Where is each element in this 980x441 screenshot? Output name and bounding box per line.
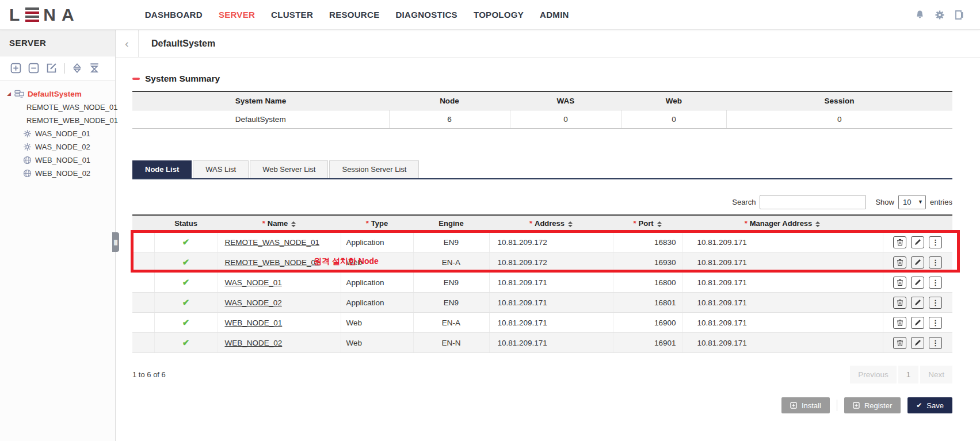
tree-item-was-node-02[interactable]: WAS_NODE_02	[0, 140, 115, 154]
node-link[interactable]: REMOTE_WAS_NODE_01	[225, 238, 320, 247]
save-button[interactable]: ✔ Save	[907, 397, 952, 413]
node-manager-address: 10.81.209.171	[682, 293, 883, 313]
bell-icon[interactable]	[915, 10, 925, 20]
add-node-icon[interactable]	[10, 63, 21, 74]
edit-icon[interactable]	[911, 297, 924, 309]
logout-icon[interactable]	[955, 10, 964, 20]
nav-cluster[interactable]: CLUSTER	[271, 10, 313, 20]
node-address: 10.81.209.172	[489, 232, 613, 252]
node-link[interactable]: WAS_NODE_01	[225, 278, 282, 287]
tab-web-server-list[interactable]: Web Server List	[250, 160, 328, 178]
delete-icon[interactable]	[893, 236, 906, 248]
node-engine: EN-A	[413, 313, 489, 333]
node-link[interactable]: WEB_NODE_01	[225, 319, 283, 327]
required-marker: *	[262, 219, 265, 228]
node-address: 10.81.209.171	[489, 333, 613, 353]
sidebar-title: SERVER	[0, 30, 115, 56]
tree-item-label: WAS_NODE_02	[35, 143, 90, 151]
search-input[interactable]	[760, 195, 866, 209]
back-chevron-icon[interactable]: ‹	[116, 30, 139, 57]
delete-icon[interactable]	[893, 337, 906, 349]
more-icon[interactable]: ⋮	[929, 256, 942, 269]
nav-admin[interactable]: ADMIN	[540, 10, 569, 20]
tree-item-label: REMOTE_WAS_NODE_01	[26, 103, 117, 112]
tree-item-remote-was-node-01[interactable]: REMOTE_WAS_NODE_01	[0, 101, 115, 114]
node-address: 10.81.209.171	[489, 293, 613, 313]
required-marker: *	[529, 219, 532, 228]
delete-icon[interactable]	[893, 277, 906, 289]
node-manager-address: 10.81.209.171	[682, 333, 883, 353]
check-icon: ✔	[916, 401, 922, 409]
tree-item-web-node-01[interactable]: WEB_NODE_01	[0, 154, 115, 167]
node-manager-address: 10.81.209.171	[682, 313, 883, 333]
col-manager-address[interactable]: *Manager Address	[682, 215, 883, 232]
previous-page-button[interactable]: Previous	[850, 366, 897, 384]
summary-col-session: Session	[726, 91, 952, 110]
chevron-down-icon: ▼	[918, 199, 923, 205]
edit-icon[interactable]	[911, 277, 924, 289]
edit-icon[interactable]	[911, 317, 924, 329]
nav-topology[interactable]: TOPOLOGY	[474, 10, 524, 20]
nav-diagnostics[interactable]: DIAGNOSTICS	[395, 10, 457, 20]
more-icon[interactable]: ⋮	[929, 337, 942, 349]
sidebar-collapse-handle[interactable]: ▐▌	[112, 232, 119, 252]
delete-icon[interactable]	[893, 256, 906, 269]
expand-all-icon[interactable]	[72, 63, 82, 74]
gear-icon[interactable]	[935, 10, 945, 20]
lena-console: L N A DASHBOARD SERVER CLUSTER RESOURCE …	[0, 0, 980, 441]
tab-node-list[interactable]: Node List	[132, 160, 192, 178]
node-link[interactable]: WAS_NODE_02	[225, 298, 282, 307]
edit-icon[interactable]	[911, 256, 924, 269]
table-row-was-node-01: ✔ WAS_NODE_01 Application EN9 10.81.209.…	[132, 273, 952, 293]
nav-server[interactable]: SERVER	[219, 10, 255, 20]
page-size-select[interactable]: 10 ▼	[898, 195, 926, 209]
install-button[interactable]: Install	[781, 397, 830, 413]
page-title: DefaultSystem	[139, 30, 215, 57]
node-link[interactable]: REMOTE_WEB_NODE_01	[225, 258, 320, 267]
table-row-was-node-02: ✔ WAS_NODE_02 Application EN9 10.81.209.…	[132, 293, 952, 313]
delete-icon[interactable]	[893, 317, 906, 329]
logo-letter: N	[43, 6, 58, 24]
node-table-wrap: Status *Name *Type Engine *Address *Port…	[132, 214, 952, 354]
more-icon[interactable]: ⋮	[929, 277, 942, 289]
col-address[interactable]: *Address	[489, 215, 613, 232]
page-number-button[interactable]: 1	[898, 366, 919, 384]
more-icon[interactable]: ⋮	[929, 236, 942, 248]
tree-item-label: WEB_NODE_01	[35, 156, 90, 164]
node-link[interactable]: WEB_NODE_02	[225, 339, 283, 347]
tab-session-server-list[interactable]: Session Server List	[329, 160, 419, 178]
node-engine: EN9	[413, 293, 489, 313]
node-table-header-row: Status *Name *Type Engine *Address *Port…	[132, 215, 952, 232]
system-summary-table: System Name Node WAS Web Session Default…	[132, 91, 952, 129]
summary-system-name: DefaultSystem	[132, 110, 389, 128]
node-address: 10.81.209.171	[489, 273, 613, 293]
tree-item-defaultsystem[interactable]: ◢ DefaultSystem	[0, 87, 115, 101]
summary-col-was: WAS	[510, 91, 621, 110]
button-divider	[837, 400, 837, 411]
remove-node-icon[interactable]	[28, 63, 39, 74]
collapse-all-icon[interactable]	[89, 63, 100, 74]
edit-icon[interactable]	[911, 236, 924, 248]
edit-node-icon[interactable]	[46, 63, 58, 74]
delete-icon[interactable]	[893, 297, 906, 309]
more-icon[interactable]: ⋮	[929, 297, 942, 309]
register-button[interactable]: Register	[844, 397, 901, 413]
summary-node-count: 6	[389, 110, 510, 128]
lena-logo[interactable]: L N A	[9, 6, 76, 24]
tree-item-remote-web-node-01[interactable]: REMOTE_WEB_NODE_01	[0, 114, 115, 127]
next-page-button[interactable]: Next	[920, 366, 952, 384]
more-icon[interactable]: ⋮	[929, 317, 942, 329]
tree-item-web-node-02[interactable]: WEB_NODE_02	[0, 167, 115, 180]
edit-icon[interactable]	[911, 337, 924, 349]
tree-expander-icon[interactable]: ◢	[7, 91, 11, 97]
col-port[interactable]: *Port	[613, 215, 682, 232]
nav-dashboard[interactable]: DASHBOARD	[145, 10, 203, 20]
tab-was-list[interactable]: WAS List	[193, 160, 249, 178]
node-port: 16901	[613, 333, 682, 353]
nav-resource[interactable]: RESOURCE	[329, 10, 379, 20]
node-type: Web	[341, 333, 413, 353]
pagination: Previous 1 Next	[850, 366, 952, 384]
col-name[interactable]: *Name	[218, 215, 341, 232]
col-engine: Engine	[413, 215, 489, 232]
tree-item-was-node-01[interactable]: WAS_NODE_01	[0, 127, 115, 140]
